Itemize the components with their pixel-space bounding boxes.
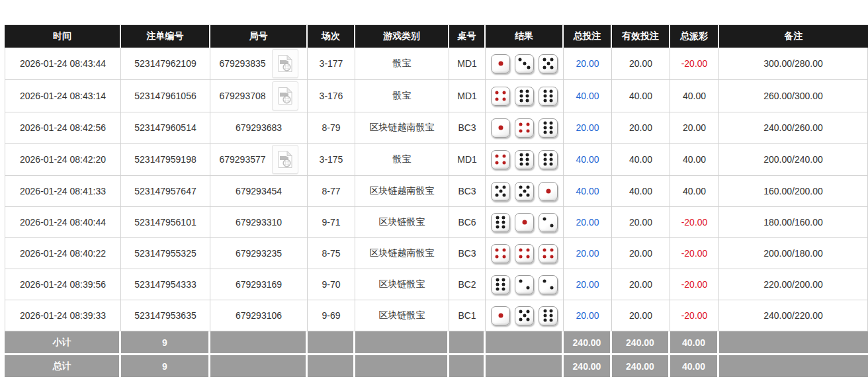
game-type-cell: 区块链越南骰宝 — [355, 238, 449, 269]
game-type-cell: 区块链骰宝 — [355, 300, 449, 331]
game-type-cell: 区块链骰宝 — [355, 207, 449, 238]
table-row: 2026-01-24 08:43:14 523147961056 6792937… — [5, 80, 868, 112]
table-row: 2026-01-24 08:39:33 523147953635 6792931… — [5, 300, 868, 331]
header-bet-id: 注单编号 — [121, 24, 210, 48]
die-1 — [491, 54, 510, 73]
subtotal-total-bet: 240.00 — [564, 331, 612, 355]
table-no-cell: MD1 — [449, 80, 486, 112]
bet-records-table: 时间 注单编号 局号 场次 游戏类别 桌号 结果 总投注 有效投注 总派彩 备注… — [5, 24, 868, 379]
round-no-cell: 679293310 — [210, 207, 308, 238]
valid-bet-cell: 20.00 — [612, 269, 670, 300]
table-row: 2026-01-24 08:41:33 523147957647 6792934… — [5, 176, 868, 207]
table-row: 2026-01-24 08:40:44 523147956101 6792933… — [5, 207, 868, 238]
die-6 — [539, 306, 558, 325]
table-header-row: 时间 注单编号 局号 场次 游戏类别 桌号 结果 总投注 有效投注 总派彩 备注 — [5, 24, 868, 48]
bet-id-cell: 523147961056 — [121, 80, 210, 112]
total-bet-cell[interactable]: 20.00 — [564, 48, 612, 80]
total-bet-cell[interactable]: 20.00 — [564, 300, 612, 331]
die-5 — [491, 182, 510, 201]
table-row: 2026-01-24 08:43:44 523147962109 6792938… — [5, 48, 868, 80]
time-cell: 2026-01-24 08:40:44 — [5, 207, 121, 238]
time-cell: 2026-01-24 08:41:33 — [5, 176, 121, 207]
video-file-icon[interactable] — [272, 81, 298, 110]
bet-id-cell: 523147955325 — [121, 238, 210, 269]
game-type-cell: 骰宝 — [355, 48, 449, 80]
total-bet-cell[interactable]: 20.00 — [564, 207, 612, 238]
header-round-no: 局号 — [210, 24, 308, 48]
valid-bet-cell: 20.00 — [612, 300, 670, 331]
header-session: 场次 — [308, 24, 355, 48]
payout-cell: 40.00 — [670, 176, 719, 207]
session-cell: 3-175 — [308, 144, 355, 176]
die-1 — [491, 306, 510, 325]
payout-cell: 40.00 — [670, 80, 719, 112]
video-file-icon[interactable] — [272, 49, 298, 78]
valid-bet-cell: 20.00 — [612, 112, 670, 144]
session-cell: 9-69 — [308, 300, 355, 331]
valid-bet-cell: 20.00 — [612, 207, 670, 238]
bet-records-page: 时间 注单编号 局号 场次 游戏类别 桌号 结果 总投注 有效投注 总派彩 备注… — [0, 0, 868, 379]
round-no-cell: 679293454 — [210, 176, 308, 207]
round-number: 679293708 — [219, 91, 265, 101]
round-number: 679293577 — [219, 154, 265, 165]
dice-result — [488, 54, 561, 73]
session-cell: 8-77 — [308, 176, 355, 207]
payout-cell: -20.00 — [670, 269, 719, 300]
round-number: 679293106 — [236, 310, 282, 321]
total-bet-cell[interactable]: 40.00 — [564, 144, 612, 176]
total-bet-cell[interactable]: 40.00 — [564, 80, 612, 112]
die-6 — [539, 150, 558, 169]
time-cell: 2026-01-24 08:43:14 — [5, 80, 121, 112]
remark-cell: 240.00/220.00 — [719, 300, 868, 331]
total-bet-cell[interactable]: 20.00 — [564, 269, 612, 300]
bet-id-cell: 523147957647 — [121, 176, 210, 207]
die-2 — [539, 275, 558, 294]
remark-cell: 200.00/240.00 — [719, 144, 868, 176]
total-bet-cell[interactable]: 20.00 — [564, 112, 612, 144]
session-cell: 9-70 — [308, 269, 355, 300]
table-row: 2026-01-24 08:42:20 523147959198 6792935… — [5, 144, 868, 176]
die-6 — [491, 275, 510, 294]
time-cell: 2026-01-24 08:43:44 — [5, 48, 121, 80]
payout-cell: 40.00 — [670, 144, 719, 176]
valid-bet-cell: 20.00 — [612, 48, 670, 80]
round-number: 679293169 — [236, 279, 282, 290]
payout-cell: -20.00 — [670, 300, 719, 331]
bet-id-cell: 523147960514 — [121, 112, 210, 144]
die-4 — [515, 244, 534, 263]
total-row: 总计 9 240.00 240.00 40.00 — [5, 355, 868, 379]
header-time: 时间 — [5, 24, 121, 48]
die-1 — [539, 182, 558, 201]
table-no-cell: BC2 — [449, 269, 486, 300]
table-no-cell: BC1 — [449, 300, 486, 331]
round-no-cell: 679293169 — [210, 269, 308, 300]
valid-bet-cell: 40.00 — [612, 144, 670, 176]
time-cell: 2026-01-24 08:40:22 — [5, 238, 121, 269]
video-file-icon[interactable] — [272, 145, 298, 174]
total-payout: 40.00 — [670, 355, 719, 379]
game-type-cell: 骰宝 — [355, 144, 449, 176]
table-no-cell: BC6 — [449, 207, 486, 238]
session-cell: 9-71 — [308, 207, 355, 238]
die-3 — [515, 54, 534, 73]
dice-result — [488, 213, 561, 232]
die-1 — [491, 118, 510, 138]
remark-cell: 260.00/300.00 — [719, 80, 868, 112]
die-4 — [491, 150, 510, 169]
die-4 — [491, 87, 510, 106]
time-cell: 2026-01-24 08:42:20 — [5, 144, 121, 176]
round-no-cell: 679293708 — [210, 80, 308, 112]
dice-result — [488, 118, 561, 138]
bet-id-cell: 523147953635 — [121, 300, 210, 331]
total-total-bet: 240.00 — [564, 355, 612, 379]
header-result: 结果 — [486, 24, 564, 48]
result-cell — [486, 80, 564, 112]
session-cell: 8-79 — [308, 112, 355, 144]
remark-cell: 200.00/180.00 — [719, 238, 868, 269]
subtotal-label: 小计 — [5, 331, 121, 355]
session-cell: 3-177 — [308, 48, 355, 80]
total-bet-cell[interactable]: 20.00 — [564, 238, 612, 269]
remark-cell: 240.00/260.00 — [719, 112, 868, 144]
total-bet-cell[interactable]: 40.00 — [564, 176, 612, 207]
payout-cell: 20.00 — [670, 112, 719, 144]
